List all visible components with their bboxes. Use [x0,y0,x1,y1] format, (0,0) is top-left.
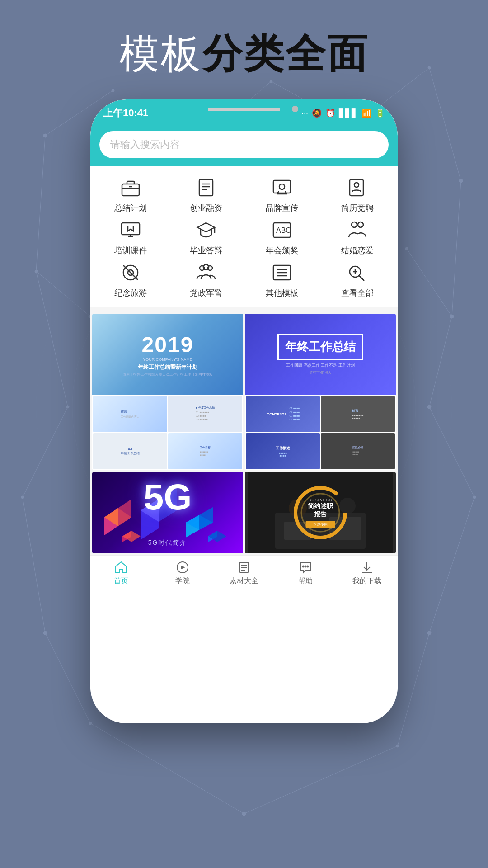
category-label-annual: 年会颁奖 [266,245,298,256]
svg-point-65 [358,222,363,227]
svg-line-34 [429,407,474,497]
nav-item-help[interactable]: 帮助 [275,560,336,586]
document-icon [192,175,220,200]
phone-mockup: 上午10:41 ··· 🔕 ⏰ ▋▋▋ 📶 🔋 请输入搜索内容 [90,99,398,814]
category-label-summary: 总结计划 [114,203,147,213]
svg-line-77 [359,276,364,281]
thumb-2-1: CONTENTS 01 ■■■■02 ■■■■03 ■■■■04 ■■■■ [246,396,320,432]
svg-rect-46 [199,179,213,196]
nav-label-academy: 学院 [175,576,190,586]
template-card-business[interactable]: BUSINESS 简约述职报告 立即使用 [245,472,396,553]
nav-item-home[interactable]: 首页 [90,560,152,586]
category-item-wedding[interactable]: 结婚恋爱 [322,218,394,256]
category-item-travel[interactable]: 纪念旅游 [95,260,166,298]
svg-line-37 [45,633,90,723]
card-2-sub: 工作回顾 亮点工作 工作不足 工作计划 [286,363,355,368]
svg-line-31 [36,271,68,407]
category-item-startup[interactable]: 创业融资 [171,175,242,213]
category-item-other[interactable]: 其他模板 [246,260,318,298]
category-item-graduate[interactable]: 毕业答辩 [171,218,242,256]
nav-item-materials[interactable]: 素材大全 [213,560,275,586]
phone-camera [292,106,298,112]
phone-shell: 上午10:41 ··· 🔕 ⏰ ▋▋▋ 📶 🔋 请输入搜索内容 [90,99,398,723]
svg-rect-50 [273,180,291,193]
nav-label-home: 首页 [114,576,128,586]
cards-grid: 2019 YOUR COMPANY'S NAME 年终工作总结暨新年计划 适用于… [90,312,398,555]
nav-item-academy[interactable]: 学院 [152,560,213,586]
card-1-desc: 年终工作总结暨新年计划 [138,363,197,371]
svg-point-51 [279,184,285,189]
svg-marker-60 [197,223,215,232]
svg-line-38 [398,633,429,746]
category-label-travel: 纪念旅游 [114,288,147,298]
svg-point-107 [303,566,304,567]
category-label-all: 查看全部 [341,288,374,298]
card-1-year: 2019 [142,332,194,357]
card-3-5g-label: 5G [144,476,192,518]
monitor-icon [117,218,144,242]
svg-line-26 [429,68,461,181]
card-2-title: 年终工作总结 [277,334,363,360]
thumb-1-4: 工作目标 ■■■■■■■■■■■ [168,433,242,469]
card-3-subtitle: 5G时代简介 [148,539,188,546]
svg-point-15 [473,496,476,499]
template-card-annual[interactable]: 年终工作总结 工作回顾 亮点工作 工作不足 工作计划 简可可/汇报人 CONTE… [245,314,396,470]
category-item-summary[interactable]: 总结计划 [95,175,166,213]
category-label-graduate: 毕业答辩 [190,245,222,256]
svg-point-2 [112,89,114,92]
category-item-party[interactable]: 党政军警 [171,260,242,298]
category-item-brand[interactable]: 品牌宣传 [246,175,318,213]
svg-point-8 [35,270,38,273]
no-photo-icon [117,260,144,285]
bottom-nav: 首页 学院 [90,555,398,589]
svg-point-108 [305,566,306,567]
nav-label-download: 我的下载 [352,576,381,586]
template-card-5g[interactable]: 5G 5G时代简介 [92,472,243,553]
card-2-main-image: 年终工作总结 工作回顾 亮点工作 工作不足 工作计划 简可可/汇报人 [245,314,396,395]
card-4-main-image: BUSINESS 简约述职报告 立即使用 [245,472,396,553]
svg-marker-82 [118,499,131,526]
search-doc-icon [344,260,371,285]
svg-point-7 [459,179,463,183]
svg-point-13 [427,405,431,409]
category-item-annual[interactable]: ABC 年会颁奖 [246,218,318,256]
phone-screen: 上午10:41 ··· 🔕 ⏰ ▋▋▋ 📶 🔋 请输入搜索内容 [90,99,398,723]
svg-line-29 [36,136,45,271]
thumb-2-3: 工作概述 ■■■■■■■■■ [246,433,320,469]
card-3-main-image: 5G 5G时代简介 [92,472,243,553]
category-label-wedding: 结婚恋爱 [341,245,374,256]
svg-point-17 [427,631,431,635]
category-label-startup: 创业融资 [190,203,222,213]
nav-item-download[interactable]: 我的下载 [336,560,398,586]
category-item-all[interactable]: 查看全部 [322,260,394,298]
thumb-1-2: ■ 年度工作总结 01 ■■■■■■02 ■■■■03 ■■■■■ [168,396,242,432]
svg-point-56 [354,183,359,187]
svg-line-28 [407,249,452,316]
category-label-brand: 品牌宣传 [266,203,298,213]
search-input[interactable]: 请输入搜索内容 [99,131,389,158]
couple-icon [344,218,371,242]
status-icons: ··· 🔕 ⏰ ▋▋▋ 📶 🔋 [301,108,385,118]
svg-line-36 [429,497,474,633]
svg-line-33 [23,407,68,497]
svg-point-1 [43,134,47,137]
template-card-2019[interactable]: 2019 YOUR COMPANY'S NAME 年终工作总结暨新年计划 适用于… [92,314,243,470]
search-bar-container: 请输入搜索内容 [90,127,398,166]
svg-line-27 [36,271,90,316]
nav-label-materials: 素材大全 [230,576,258,586]
category-grid: 总结计划 创业融资 [90,166,398,307]
svg-point-109 [307,566,309,567]
abc-icon: ABC [268,218,296,242]
svg-line-35 [23,497,45,633]
nav-label-help: 帮助 [298,576,313,586]
status-time: 上午10:41 [103,106,148,120]
svg-point-16 [43,631,47,635]
category-item-resume[interactable]: 简历竞聘 [322,175,394,213]
person-doc-icon [344,175,371,200]
certificate-icon [268,175,296,200]
thumb-2-4: 团队介绍 ■■■■■■■■■ [321,433,395,469]
svg-line-30 [452,181,461,316]
download-icon [359,560,375,575]
category-item-training[interactable]: 培训课件 [95,218,166,256]
thumb-1-1: 前言 工作回顾内容... [93,396,167,432]
